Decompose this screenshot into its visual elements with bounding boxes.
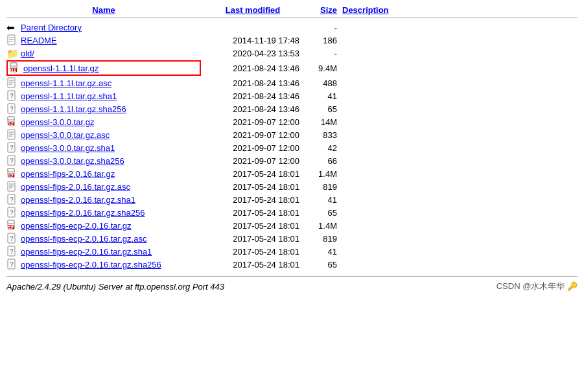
list-item: openssl-fips-2.0.16.tar.gz.asc2017-05-24…: [6, 180, 578, 193]
file-name-cell: openssl-fips-2.0.16.tar.gz.asc: [6, 181, 201, 192]
list-item: README2014-11-19 17:48186: [6, 34, 578, 47]
file-modified: 2021-09-07 12:00: [201, 143, 305, 153]
svg-text:gz: gz: [7, 172, 14, 179]
header-desc[interactable]: Description: [337, 5, 415, 15]
file-icon: [6, 129, 18, 141]
file-link[interactable]: openssl-1.1.1l.tar.gz: [23, 63, 99, 73]
svg-text:📁: 📁: [6, 48, 18, 59]
directory-listing: Name Last modified Size Description ⬅Par…: [6, 5, 578, 292]
file-modified: 2014-11-19 17:48: [201, 36, 305, 45]
list-item: ? openssl-1.1.1l.tar.gz.sha12021-08-24 1…: [6, 89, 578, 102]
header-size[interactable]: Size: [305, 5, 337, 15]
file-size: 41: [305, 195, 337, 205]
file-modified: 2020-04-23 13:53: [201, 49, 305, 58]
svg-text:?: ?: [10, 196, 14, 203]
file-icon: gz: [6, 168, 18, 179]
file-size: 41: [305, 91, 337, 101]
svg-text:gz: gz: [10, 67, 16, 73]
file-size: -: [305, 49, 337, 58]
desc-sort-link[interactable]: Description: [342, 5, 389, 15]
file-modified: 2017-05-24 18:01: [201, 182, 305, 192]
table-header: Name Last modified Size Description: [6, 5, 578, 18]
server-info: Apache/2.4.29 (Ubuntu) Server at ftp.ope…: [6, 282, 224, 292]
file-link[interactable]: openssl-1.1.1l.tar.gz.asc: [21, 78, 111, 88]
file-modified: 2017-05-24 18:01: [201, 247, 305, 257]
file-name-cell: ? openssl-fips-2.0.16.tar.gz.sha1: [6, 194, 201, 205]
file-link[interactable]: openssl-3.0.0.tar.gz: [21, 117, 94, 127]
file-size: 65: [305, 208, 337, 218]
file-icon: gz: [9, 62, 21, 74]
file-link[interactable]: openssl-3.0.0.tar.gz.sha1: [21, 143, 115, 153]
file-name-cell: ? openssl-fips-2.0.16.tar.gz.sha256: [6, 207, 201, 218]
file-size: 42: [305, 143, 337, 153]
file-name-cell: ⬅Parent Directory: [6, 21, 201, 33]
file-size: 66: [305, 156, 337, 166]
file-icon: [6, 34, 18, 46]
svg-text:?: ?: [10, 261, 14, 268]
file-name-cell: openssl-3.0.0.tar.gz.asc: [6, 129, 201, 141]
list-item: ? openssl-fips-ecp-2.0.16.tar.gz.sha2562…: [6, 258, 578, 271]
file-size: 9.4M: [305, 63, 337, 73]
svg-text:?: ?: [10, 106, 14, 113]
file-link[interactable]: openssl-1.1.1l.tar.gz.sha256: [21, 104, 126, 114]
name-sort-link[interactable]: Name: [92, 5, 115, 15]
file-link[interactable]: Parent Directory: [21, 23, 82, 32]
file-link[interactable]: openssl-fips-ecp-2.0.16.tar.gz: [21, 221, 132, 231]
file-size: 488: [305, 78, 337, 88]
file-icon: gz: [6, 116, 18, 128]
list-item: openssl-3.0.0.tar.gz.asc2021-09-07 12:00…: [6, 128, 578, 141]
list-item: ⬅Parent Directory-: [6, 21, 578, 34]
list-item: ? openssl-1.1.1l.tar.gz.sha2562021-08-24…: [6, 102, 578, 115]
file-size: 186: [305, 36, 337, 45]
file-link[interactable]: README: [21, 36, 57, 45]
file-link[interactable]: openssl-3.0.0.tar.gz.sha256: [21, 156, 124, 166]
file-size: 14M: [305, 117, 337, 127]
file-modified: 2017-05-24 18:01: [201, 169, 305, 179]
file-name-cell: ? openssl-3.0.0.tar.gz.sha256: [6, 155, 201, 167]
file-name-cell: ? openssl-fips-ecp-2.0.16.tar.gz.sha1: [6, 246, 201, 257]
list-item: ? openssl-fips-ecp-2.0.16.tar.gz.asc2017…: [6, 232, 578, 245]
list-item: gz openssl-fips-2.0.16.tar.gz2017-05-24 …: [6, 167, 578, 180]
svg-text:⬅: ⬅: [6, 22, 15, 33]
list-item: ? openssl-3.0.0.tar.gz.sha2562021-09-07 …: [6, 154, 578, 167]
modified-sort-link[interactable]: Last modified: [226, 5, 281, 15]
file-size: 41: [305, 247, 337, 257]
file-name-cell: 📁old/: [6, 47, 201, 59]
file-name-cell: ? openssl-fips-ecp-2.0.16.tar.gz.sha256: [6, 259, 201, 270]
size-sort-link[interactable]: Size: [320, 5, 337, 15]
file-name-cell: gz openssl-1.1.1l.tar.gz: [6, 60, 201, 76]
svg-text:?: ?: [10, 157, 14, 165]
file-size: 65: [305, 260, 337, 270]
list-item: gz openssl-3.0.0.tar.gz2021-09-07 12:001…: [6, 115, 578, 128]
file-name-cell: gz openssl-fips-2.0.16.tar.gz: [6, 168, 201, 179]
file-name-cell: ? openssl-1.1.1l.tar.gz.sha256: [6, 103, 201, 115]
file-link[interactable]: openssl-fips-2.0.16.tar.gz.sha1: [21, 195, 135, 205]
file-icon: ?: [6, 246, 18, 257]
file-name-cell: README: [6, 34, 201, 46]
svg-rect-7: [10, 63, 17, 66]
file-link[interactable]: openssl-fips-ecp-2.0.16.tar.gz.sha1: [21, 247, 152, 257]
svg-text:gz: gz: [7, 121, 14, 127]
header-modified[interactable]: Last modified: [201, 5, 305, 15]
file-link[interactable]: openssl-fips-2.0.16.tar.gz: [21, 169, 115, 179]
list-item: ? openssl-fips-ecp-2.0.16.tar.gz.sha1201…: [6, 245, 578, 258]
file-name-cell: ? openssl-3.0.0.tar.gz.sha1: [6, 142, 201, 154]
file-link[interactable]: openssl-fips-ecp-2.0.16.tar.gz.sha256: [21, 260, 161, 270]
file-link[interactable]: openssl-fips-2.0.16.tar.gz.asc: [21, 182, 130, 192]
svg-text:?: ?: [10, 248, 14, 255]
file-modified: 2017-05-24 18:01: [201, 208, 305, 218]
svg-text:?: ?: [10, 93, 14, 100]
header-name[interactable]: Name: [6, 5, 201, 15]
file-icon: gz: [6, 220, 18, 231]
file-name-cell: gz openssl-3.0.0.tar.gz: [6, 116, 201, 128]
file-link[interactable]: openssl-fips-ecp-2.0.16.tar.gz.asc: [21, 234, 146, 244]
file-link[interactable]: openssl-3.0.0.tar.gz.asc: [21, 130, 110, 140]
file-link[interactable]: openssl-1.1.1l.tar.gz.sha1: [21, 91, 117, 101]
file-icon: ⬅: [6, 21, 18, 33]
file-size: 819: [305, 182, 337, 192]
file-icon: ?: [6, 207, 18, 218]
file-link[interactable]: old/: [21, 49, 34, 58]
svg-rect-46: [8, 220, 14, 224]
file-link[interactable]: openssl-fips-2.0.16.tar.gz.sha256: [21, 208, 145, 218]
file-size: 819: [305, 234, 337, 244]
